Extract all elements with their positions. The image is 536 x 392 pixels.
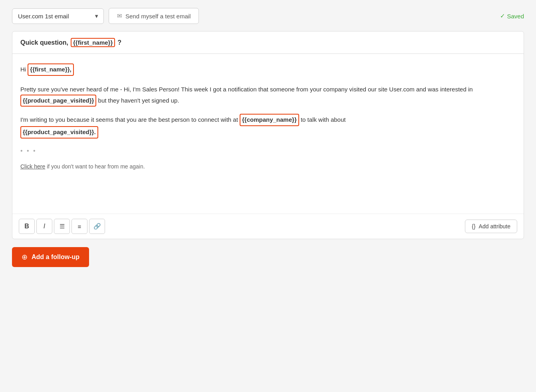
- paragraph-1: Pretty sure you've never heard of me - H…: [20, 85, 516, 107]
- click-here-link[interactable]: Click here: [20, 163, 45, 170]
- add-followup-label: Add a follow-up: [32, 253, 79, 261]
- bullet-list-icon: ☰: [60, 223, 65, 230]
- greeting-line: Hi {{first_name}},: [20, 63, 516, 76]
- unsubscribe-line: Click here if you don't want to hear fro…: [20, 163, 516, 170]
- email-editor-card: Quick question, {{first_name}} ? Hi {{fi…: [12, 31, 524, 239]
- subject-static-text: Quick question,: [20, 39, 68, 46]
- add-attribute-label: Add attribute: [479, 223, 510, 230]
- bold-icon: B: [24, 223, 29, 230]
- italic-button[interactable]: I: [36, 219, 52, 234]
- email-select[interactable]: User.com 1st email User.com 2nd email Us…: [12, 8, 104, 24]
- subject-row: Quick question, {{first_name}} ?: [12, 32, 524, 54]
- toolbar-row: B I ☰ ≡ 🔗 {} Add attribute: [12, 214, 524, 239]
- bold-button[interactable]: B: [19, 219, 35, 234]
- add-attribute-button[interactable]: {} Add attribute: [465, 220, 517, 233]
- greeting-static: Hi: [20, 66, 26, 73]
- greeting-first-name-tag[interactable]: {{first_name}},: [28, 63, 73, 76]
- test-email-label: Send myself a test email: [125, 13, 191, 20]
- saved-text: Saved: [507, 13, 524, 20]
- paragraph1-product-tag[interactable]: {{product_page_visited}}: [20, 95, 96, 107]
- ellipsis-text: • • •: [20, 147, 37, 154]
- subject-first-name-tag[interactable]: {{first_name}}: [71, 38, 115, 47]
- link-button[interactable]: 🔗: [89, 219, 105, 234]
- paragraph2-mid: to talk with about: [301, 116, 346, 123]
- checkmark-icon: ✓: [500, 12, 505, 20]
- add-attribute-icon: {}: [472, 223, 475, 230]
- saved-status: ✓ Saved: [500, 12, 524, 20]
- paragraph2-start: I'm writing to you because it seems that…: [20, 116, 238, 123]
- top-bar: User.com 1st email User.com 2nd email Us…: [12, 8, 524, 24]
- paragraph1-end: but they haven't yet signed up.: [98, 97, 179, 104]
- mail-icon: ✉: [117, 12, 122, 20]
- plus-circle-icon: ⊕: [22, 253, 28, 261]
- paragraph1-text: Pretty sure you've never heard of me - H…: [20, 86, 473, 93]
- paragraph2-product-tag[interactable]: {{product_page_visited}}.: [20, 126, 98, 139]
- test-email-button[interactable]: ✉ Send myself a test email: [109, 8, 199, 24]
- subject-trailing-char: ?: [117, 39, 121, 46]
- ellipsis-line: • • •: [20, 146, 516, 156]
- bullet-list-button[interactable]: ☰: [54, 219, 70, 234]
- email-select-wrapper[interactable]: User.com 1st email User.com 2nd email Us…: [12, 8, 104, 24]
- unsubscribe-text: if you don't want to hear from me again.: [47, 163, 145, 170]
- paragraph2-company-tag[interactable]: {{company_name}}: [240, 114, 299, 126]
- body-area[interactable]: Hi {{first_name}}, Pretty sure you've ne…: [12, 54, 524, 214]
- numbered-list-button[interactable]: ≡: [71, 219, 87, 234]
- add-followup-button[interactable]: ⊕ Add a follow-up: [12, 247, 89, 267]
- link-icon: 🔗: [93, 223, 101, 230]
- numbered-list-icon: ≡: [78, 223, 81, 230]
- paragraph-2: I'm writing to you because it seems that…: [20, 114, 516, 139]
- italic-icon: I: [44, 223, 45, 230]
